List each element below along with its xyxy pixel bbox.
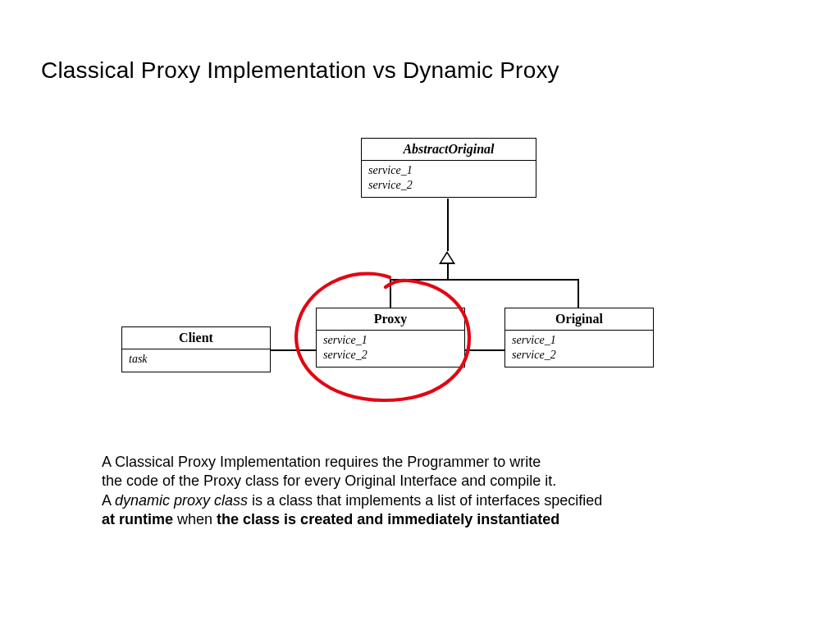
class-box-abstract-original: AbstractOriginal service_1 service_2 <box>361 138 536 198</box>
connector-inheritance-under <box>447 264 449 279</box>
class-methods-original: service_1 service_2 <box>505 331 653 367</box>
class-box-original: Original service_1 service_2 <box>504 308 654 368</box>
desc-bold: the class is created and immediately ins… <box>217 511 559 527</box>
desc-italic: dynamic proxy class <box>115 492 248 509</box>
class-name-original: Original <box>505 308 653 331</box>
connector-to-proxy <box>390 279 391 308</box>
method-line: service_2 <box>368 178 529 193</box>
class-name-abstract-original: AbstractOriginal <box>362 139 536 161</box>
connector-inheritance-hbar <box>390 279 578 281</box>
class-methods-client: task <box>122 349 270 372</box>
connector-proxy-original <box>465 349 504 351</box>
inheritance-arrowhead-icon <box>439 251 455 264</box>
class-box-client: Client task <box>121 326 271 372</box>
desc-line: is a class that implements a list of int… <box>248 492 602 509</box>
method-line: service_2 <box>323 348 458 363</box>
method-line: service_1 <box>368 163 529 178</box>
desc-line: A <box>102 492 115 509</box>
uml-diagram: AbstractOriginal service_1 service_2 Pro… <box>115 131 705 435</box>
method-line: service_2 <box>512 348 646 363</box>
method-line: task <box>129 352 263 367</box>
class-methods-abstract-original: service_1 service_2 <box>362 161 536 197</box>
class-name-proxy: Proxy <box>317 308 464 331</box>
method-line: service_1 <box>512 333 646 348</box>
method-line: service_1 <box>323 333 458 348</box>
desc-line: A Classical Proxy Implementation require… <box>102 454 541 470</box>
desc-bold: at runtime <box>102 511 173 527</box>
connector-inheritance-stem <box>447 199 449 251</box>
description-text: A Classical Proxy Implementation require… <box>102 453 758 530</box>
connector-client-proxy <box>271 349 316 351</box>
slide-title: Classical Proxy Implementation vs Dynami… <box>41 57 559 84</box>
slide: Classical Proxy Implementation vs Dynami… <box>0 0 840 630</box>
class-name-client: Client <box>122 327 270 349</box>
desc-line: the code of the Proxy class for every Or… <box>102 472 556 489</box>
desc-line: when <box>173 511 217 527</box>
connector-to-original <box>578 279 579 308</box>
class-methods-proxy: service_1 service_2 <box>317 331 464 367</box>
class-box-proxy: Proxy service_1 service_2 <box>316 308 465 368</box>
